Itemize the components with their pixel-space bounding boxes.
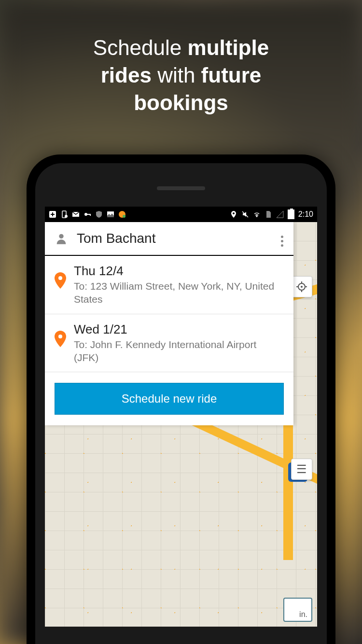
ride-destination: To: 123 William Street, New York, NY, Un… <box>74 280 284 306</box>
person-icon <box>55 232 68 245</box>
shield-icon <box>95 210 103 218</box>
hamburger-icon: ☰ <box>296 462 307 476</box>
promo-text: Schedule <box>93 36 181 59</box>
add-notification-icon <box>49 210 56 218</box>
promo-headline: Schedule multiple rides with future book… <box>0 34 362 117</box>
svg-point-13 <box>301 286 303 288</box>
promo-text-bold: bookings <box>134 91 228 114</box>
sim-icon <box>265 210 272 218</box>
image-icon <box>107 210 114 218</box>
svg-point-10 <box>233 212 235 214</box>
eta-suffix: in. <box>299 610 307 619</box>
phone-frame: 2:10 678 ☰ in. <box>27 154 335 644</box>
signal-icon <box>276 210 284 218</box>
phone-bezel: 2:10 678 ☰ in. <box>35 163 327 644</box>
phone-sync-icon <box>60 210 68 218</box>
locate-me-button[interactable] <box>291 276 312 297</box>
location-icon <box>230 210 237 218</box>
promo-text: with <box>157 63 195 87</box>
location-pin-icon <box>55 272 66 291</box>
location-pin-icon <box>55 331 66 349</box>
panel-header: Tom Bachant <box>45 222 293 256</box>
key-icon <box>84 210 91 218</box>
wifi-icon <box>253 210 261 218</box>
mute-icon <box>241 210 249 218</box>
mail-icon <box>72 210 80 218</box>
svg-point-2 <box>65 215 68 218</box>
app-content: 678 ☰ in. Tom Bachant <box>45 222 317 627</box>
phone-screen: 2:10 678 ☰ in. <box>45 207 317 627</box>
svg-point-19 <box>58 276 62 280</box>
map-layers-button[interactable]: ☰ <box>291 459 312 480</box>
ride-item[interactable]: Wed 1/21 To: John F. Kennedy Internation… <box>45 314 293 373</box>
overflow-menu-button[interactable] <box>277 234 287 248</box>
svg-point-20 <box>58 335 62 338</box>
status-bar: 2:10 <box>45 207 317 222</box>
ride-date: Thu 12/4 <box>74 264 284 279</box>
ride-item[interactable]: Thu 12/4 To: 123 William Street, New Yor… <box>45 256 293 314</box>
svg-point-18 <box>59 234 63 238</box>
promo-text-bold: multiple <box>188 36 269 59</box>
promo-text-bold: future <box>201 63 262 87</box>
status-time: 2:10 <box>298 210 313 219</box>
phone-speaker <box>157 186 205 190</box>
ride-destination: To: John F. Kennedy International Airpor… <box>74 338 284 364</box>
battery-icon <box>288 210 294 219</box>
rides-panel: Tom Bachant Thu 12/4 To: 123 William Str… <box>45 222 293 425</box>
schedule-new-ride-button[interactable]: Schedule new ride <box>55 383 284 415</box>
svg-point-9 <box>123 215 125 218</box>
app-icon <box>118 210 126 218</box>
ride-date: Wed 1/21 <box>74 322 284 337</box>
user-name: Tom Bachant <box>77 231 155 246</box>
svg-rect-6 <box>90 214 91 216</box>
eta-card[interactable]: in. <box>283 598 312 622</box>
promo-text-bold: rides <box>101 63 152 87</box>
